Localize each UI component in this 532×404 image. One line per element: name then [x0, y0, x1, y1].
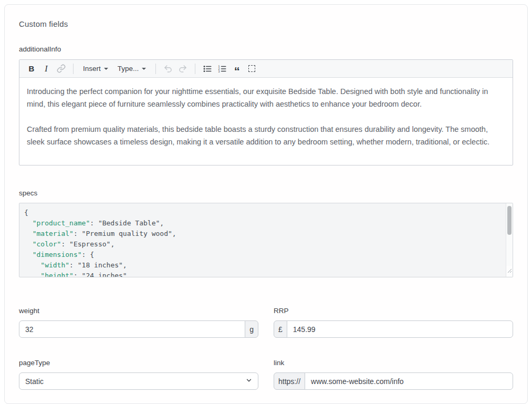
undo-icon: [163, 64, 173, 74]
rrp-field: RRP £: [274, 307, 513, 338]
additional-info-label: additionalInfo: [19, 45, 513, 53]
format-menu-button[interactable]: Type...: [113, 62, 151, 76]
link-button[interactable]: [54, 62, 68, 76]
italic-button[interactable]: I: [39, 62, 53, 76]
code-line: "material": "Premium quality wood",: [24, 229, 502, 239]
rrp-input[interactable]: [287, 320, 513, 338]
code-line: "product_name": "Bedside Table",: [24, 218, 502, 229]
redo-button[interactable]: [176, 62, 190, 76]
toolbar-divider: [73, 64, 74, 74]
link-icon: [57, 64, 66, 73]
link-input[interactable]: [305, 372, 513, 390]
specs-code: { "product_name": "Bedside Table", "mate…: [24, 208, 502, 277]
format-menu-label: Type...: [118, 65, 139, 72]
code-line: {: [24, 208, 502, 218]
card-title: Custom fields: [19, 19, 513, 28]
bullet-list-icon: [203, 64, 212, 74]
weight-unit-addon: g: [245, 320, 258, 338]
insert-menu-label: Insert: [83, 65, 101, 72]
undo-button[interactable]: [161, 62, 175, 76]
page-type-field: pageType Static: [19, 359, 258, 390]
link-field: link https://: [274, 359, 513, 390]
caret-down-icon: [142, 68, 146, 70]
link-label: link: [274, 359, 513, 367]
rich-text-editor: B I Insert Type...: [19, 59, 513, 165]
specs-label: specs: [19, 189, 513, 197]
bullet-list-button[interactable]: [201, 62, 214, 76]
custom-fields-card: Custom fields additionalInfo B I Insert …: [4, 4, 528, 404]
bold-button[interactable]: B: [25, 62, 38, 76]
page-type-label: pageType: [19, 359, 258, 367]
redo-icon: [178, 64, 187, 74]
insert-menu-button[interactable]: Insert: [79, 62, 112, 76]
editor-toolbar: B I Insert Type...: [19, 60, 513, 78]
numbered-list-icon: 123: [217, 64, 227, 74]
rrp-label: RRP: [274, 307, 513, 315]
specs-code-editor[interactable]: { "product_name": "Bedside Table", "mate…: [19, 203, 513, 277]
weight-label: weight: [19, 307, 258, 315]
scrollbar-thumb[interactable]: [507, 206, 512, 235]
weight-input[interactable]: [19, 320, 245, 338]
blockquote-button[interactable]: “: [230, 62, 244, 76]
currency-addon: £: [274, 320, 287, 338]
protocol-addon: https://: [274, 372, 305, 390]
dashed-square-button[interactable]: [245, 62, 258, 76]
editor-paragraph: Introducing the perfect companion for yo…: [27, 85, 505, 110]
svg-text:3: 3: [218, 69, 220, 72]
editor-paragraph: Crafted from premium quality materials, …: [27, 123, 505, 148]
numbered-list-button[interactable]: 123: [215, 62, 229, 76]
code-line: "width": "18 inches",: [24, 260, 502, 271]
editor-content[interactable]: Introducing the perfect companion for yo…: [19, 78, 513, 165]
weight-field: weight g: [19, 307, 258, 338]
code-line: "height": "24 inches": [24, 271, 502, 277]
toolbar-divider: [195, 64, 195, 74]
page-type-select[interactable]: Static: [19, 372, 258, 390]
fields-grid: weight g RRP £ pageType Static: [19, 307, 513, 390]
code-line: "color": "Espresso",: [24, 239, 502, 250]
dashed-square-icon: [248, 65, 255, 72]
code-line: "dimensions": {: [24, 250, 502, 260]
resize-grip-icon[interactable]: [506, 266, 512, 276]
caret-down-icon: [104, 68, 108, 70]
toolbar-divider: [155, 64, 156, 74]
